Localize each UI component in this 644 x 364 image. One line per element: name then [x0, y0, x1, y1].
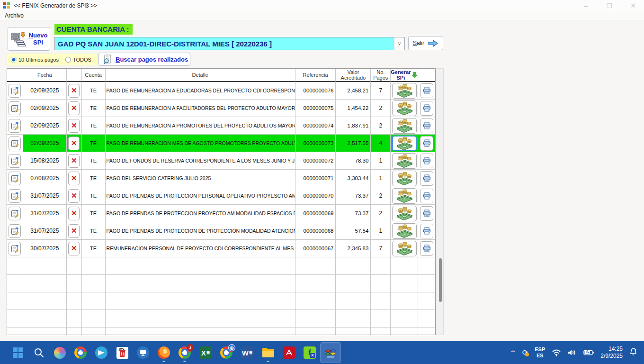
tray-sync-icon[interactable]: ⟳	[522, 348, 528, 357]
delete-payment-button[interactable]: ✕	[68, 84, 80, 98]
taskbar-recycle-app[interactable]	[112, 342, 133, 363]
maximize-button[interactable]: ❐	[604, 2, 615, 9]
table-row[interactable]: 07/08/2025 ✕ TE PAGO DEL SERVICIO CATERI…	[7, 170, 435, 187]
generar-spi-button[interactable]	[392, 188, 417, 204]
edit-payment-button[interactable]	[9, 154, 21, 168]
table-row[interactable]: 02/09/2025 ✕ TE PAGO DE REMUNERACION A E…	[7, 82, 435, 100]
table-row[interactable]: 02/09/2025 ✕ TE PAGO DE REMUNERACION MES…	[7, 135, 435, 152]
radio-todos[interactable]: TODOS	[65, 57, 91, 63]
printer-icon	[423, 227, 431, 235]
salir-button[interactable]: Salir	[408, 36, 443, 50]
generar-spi-button[interactable]	[392, 100, 417, 116]
wifi-icon[interactable]	[552, 349, 561, 356]
taskbar-firefox[interactable]	[153, 342, 174, 363]
taskbar-chrome-profile[interactable]: J	[174, 342, 195, 363]
buscar-pagos-button[interactable]: Buscar pagos realizados	[98, 53, 190, 66]
speaker-icon[interactable]	[568, 349, 577, 356]
payment-count: 7	[379, 245, 382, 252]
edit-payment-button[interactable]	[9, 101, 21, 115]
print-payment-button[interactable]	[420, 171, 433, 186]
generar-spi-button[interactable]	[392, 171, 417, 186]
print-payment-button[interactable]	[420, 83, 433, 98]
table-row[interactable]: 31/07/2025 ✕ TE PAGO DE PRENDAS DE PROTE…	[7, 187, 435, 205]
acrobat-icon	[283, 346, 295, 359]
generar-spi-button[interactable]	[392, 206, 417, 221]
table-vertical-scrollbar[interactable]	[437, 68, 444, 335]
edit-payment-button[interactable]	[9, 119, 21, 133]
delete-payment-button[interactable]: ✕	[68, 154, 80, 168]
print-payment-button[interactable]	[420, 101, 433, 116]
language-line2: ES	[535, 353, 545, 359]
tray-chevron-up-icon[interactable]: ⌃	[510, 349, 517, 356]
delete-payment-button[interactable]: ✕	[68, 101, 80, 115]
edit-payment-button[interactable]	[9, 136, 21, 150]
taskbar-chrome[interactable]	[70, 342, 91, 363]
nuevo-spi-button[interactable]: Nuevo SPi	[8, 27, 50, 51]
taskbar-acrobat[interactable]	[278, 342, 299, 363]
tray-clock[interactable]: 14:25 2/9/2025	[600, 346, 623, 360]
edit-payment-button[interactable]	[9, 224, 21, 238]
print-payment-button[interactable]	[420, 241, 433, 256]
cuenta-bancaria-combobox[interactable]: GAD PQ SAN JUAN 12D01-DIREC-DISTRITAL MI…	[54, 37, 405, 50]
menu-archivo[interactable]: Archivo	[5, 12, 24, 19]
radio-10-ultimos-pagos[interactable]: 10 Ultimos pagos	[11, 57, 59, 63]
payment-count: 2	[379, 210, 382, 217]
taskbar-fenix-spi3-active[interactable]	[320, 342, 341, 363]
generar-spi-button[interactable]	[392, 223, 417, 239]
table-row[interactable]: 15/08/2025 ✕ TE PAGO DE FONDOS DE RESERV…	[7, 152, 435, 170]
delete-payment-button[interactable]: ✕	[68, 172, 80, 185]
generar-spi-button[interactable]	[392, 136, 417, 151]
payment-account-type: TE	[90, 246, 97, 251]
taskbar-fenix-launcher[interactable]: f ✕	[299, 342, 320, 363]
radio-todos-label: TODOS	[73, 57, 91, 63]
minimize-button[interactable]: –	[581, 2, 591, 9]
delete-payment-button[interactable]: ✕	[68, 242, 80, 255]
scrollbar-thumb[interactable]	[439, 258, 442, 302]
generar-spi-text: GenerarSPi	[391, 69, 411, 81]
payment-detail: PAGO DE REMUNERACION A EDUCADORAS DEL PR…	[106, 88, 295, 93]
payment-reference: 0000000067	[295, 246, 336, 251]
taskbar-telegram[interactable]	[91, 342, 112, 363]
generar-spi-button[interactable]	[392, 118, 417, 134]
edit-payment-button[interactable]	[9, 242, 21, 255]
edit-payment-button[interactable]	[9, 207, 21, 220]
chevron-down-icon[interactable]: ˅	[394, 37, 404, 50]
print-payment-button[interactable]	[420, 206, 433, 221]
language-indicator[interactable]: ESP ES	[535, 346, 545, 359]
generar-spi-button[interactable]	[392, 83, 417, 99]
generar-spi-button[interactable]	[392, 241, 417, 256]
print-payment-button[interactable]	[420, 136, 433, 151]
taskbar-excel[interactable]: X≣	[195, 342, 216, 363]
print-payment-button[interactable]	[420, 154, 433, 168]
excel-icon: X≣	[199, 346, 212, 359]
notification-bell-icon[interactable]: z	[629, 347, 637, 358]
money-stack-icon	[395, 119, 414, 133]
taskbar-copilot[interactable]	[49, 342, 70, 363]
table-row[interactable]: 31/07/2025 ✕ TE PAGO DE PRENDAS DE PROTE…	[7, 205, 435, 222]
edit-payment-button[interactable]	[9, 172, 21, 185]
taskbar-search[interactable]	[28, 342, 49, 363]
edit-payment-button[interactable]	[9, 189, 21, 203]
delete-payment-button[interactable]: ✕	[68, 136, 80, 150]
battery-icon[interactable]	[583, 349, 594, 356]
edit-payment-button[interactable]	[9, 84, 21, 98]
generar-spi-button[interactable]	[392, 153, 417, 169]
taskbar-remote-desktop[interactable]	[133, 342, 153, 363]
taskbar-chrome-pwa[interactable]: ◎	[216, 342, 237, 363]
taskbar-file-explorer[interactable]	[258, 342, 278, 363]
print-payment-button[interactable]	[420, 189, 433, 203]
table-row[interactable]: 02/09/2025 ✕ TE PAGO DE REMUNERACION A F…	[7, 100, 435, 117]
table-row[interactable]: 30/07/2025 ✕ TE REMUNERACION PERSONAL DE…	[7, 240, 435, 257]
start-button[interactable]	[8, 342, 28, 363]
delete-payment-button[interactable]: ✕	[68, 189, 80, 203]
delete-payment-button[interactable]: ✕	[68, 224, 80, 238]
print-payment-button[interactable]	[420, 118, 433, 133]
table-row[interactable]: 02/09/2025 ✕ TE PAGO DE REMUNERACION A P…	[7, 117, 435, 135]
print-payment-button[interactable]	[420, 224, 433, 238]
delete-payment-button[interactable]: ✕	[68, 119, 80, 133]
close-button[interactable]: ✕	[628, 2, 638, 9]
delete-payment-button[interactable]: ✕	[68, 207, 80, 220]
taskbar-word[interactable]: W≣	[237, 342, 258, 363]
table-row[interactable]: 31/07/2025 ✕ TE PAGO DE PRENDAS DE PROTE…	[7, 222, 435, 240]
payment-detail: REMUNERACION PERSONAL DE PROYECTO CDI CO…	[106, 246, 295, 251]
